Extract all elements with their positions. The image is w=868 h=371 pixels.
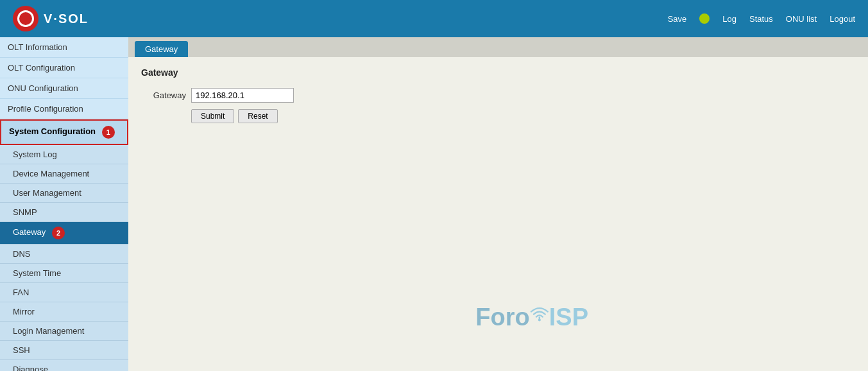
sidebar-sub-item-login-management[interactable]: Login Management <box>0 322 128 341</box>
layout: OLT Information OLT Configuration ONU Co… <box>0 37 868 371</box>
system-configuration-label: System Configuration <box>9 126 96 136</box>
save-button[interactable]: Save <box>668 14 687 24</box>
status-button[interactable]: Status <box>749 14 773 24</box>
sidebar-sub-item-ssh[interactable]: SSH <box>0 341 128 360</box>
gateway-sub-label: Gateway <box>13 227 46 237</box>
main-content: Gateway Gateway Gateway Submit Reset For… <box>128 37 868 371</box>
sidebar-item-onu-configuration[interactable]: ONU Configuration <box>0 78 128 99</box>
gateway-form-row: Gateway <box>141 88 855 103</box>
header-right: Save Log Status ONU list Logout <box>668 13 855 24</box>
logo-text: V·SOL <box>44 12 89 26</box>
reset-button[interactable]: Reset <box>238 109 277 123</box>
sidebar-sub-item-device-management[interactable]: Device Management <box>0 164 128 184</box>
logo-icon <box>13 6 38 31</box>
log-button[interactable]: Log <box>722 14 736 24</box>
sidebar-sub-item-user-management[interactable]: User Management <box>0 184 128 203</box>
sidebar-item-olt-configuration[interactable]: OLT Configuration <box>0 58 128 78</box>
sidebar: OLT Information OLT Configuration ONU Co… <box>0 37 128 371</box>
submit-button[interactable]: Submit <box>191 109 234 123</box>
sidebar-sub-item-diagnose[interactable]: Diagnose <box>0 360 128 371</box>
sidebar-sub-item-system-time[interactable]: System Time <box>0 264 128 283</box>
sidebar-sub-item-snmp[interactable]: SNMP <box>0 203 128 222</box>
sidebar-sub-item-system-log[interactable]: System Log <box>0 145 128 164</box>
tab-bar: Gateway <box>128 37 868 57</box>
gateway-input[interactable] <box>191 88 294 103</box>
sidebar-sub-item-dns[interactable]: DNS <box>0 245 128 264</box>
logout-button[interactable]: Logout <box>830 14 855 24</box>
watermark-isp: ISP <box>549 303 588 331</box>
sidebar-item-olt-information[interactable]: OLT Information <box>0 37 128 58</box>
watermark-area: Foro ISP <box>128 225 868 372</box>
system-configuration-badge: 1 <box>102 126 115 139</box>
status-indicator <box>699 13 710 24</box>
header: V·SOL Save Log Status ONU list Logout <box>0 0 868 37</box>
watermark: Foro ISP <box>475 303 588 331</box>
svg-point-0 <box>538 318 541 321</box>
tab-gateway[interactable]: Gateway <box>135 41 188 57</box>
sidebar-sub-item-mirror[interactable]: Mirror <box>0 302 128 322</box>
gateway-badge: 2 <box>52 227 65 239</box>
content-area: Gateway Gateway Submit Reset <box>128 57 868 225</box>
sidebar-item-profile-configuration[interactable]: Profile Configuration <box>0 99 128 119</box>
sidebar-item-system-configuration[interactable]: System Configuration 1 <box>0 119 128 145</box>
watermark-foro: Foro <box>475 303 529 331</box>
sidebar-sub-item-fan[interactable]: FAN <box>0 283 128 302</box>
page-title: Gateway <box>141 67 855 78</box>
wifi-icon <box>530 306 549 328</box>
form-button-row: Submit Reset <box>191 109 855 123</box>
gateway-label: Gateway <box>141 91 186 100</box>
sidebar-sub-item-gateway[interactable]: Gateway 2 <box>0 222 128 245</box>
onu-list-button[interactable]: ONU list <box>786 14 817 24</box>
logo-area: V·SOL <box>13 6 141 31</box>
